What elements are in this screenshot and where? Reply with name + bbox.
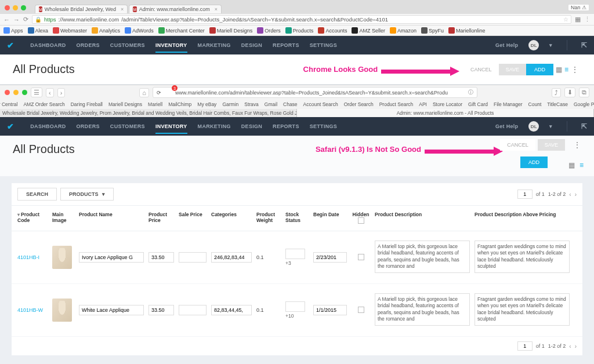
bookmark-item[interactable]: Merchant Center [158,27,205,34]
bookmark-item[interactable]: My eBay [197,101,216,107]
col-categories[interactable]: Categories [209,212,254,225]
nav-customers[interactable]: CUSTOMERS [110,123,145,129]
bookmark-item[interactable]: Webmaster [53,27,87,34]
external-link-icon[interactable]: ⇱ [581,41,587,49]
tabs-icon[interactable]: ⧉ [579,88,589,97]
forward-icon[interactable]: → [13,16,20,23]
nav-settings[interactable]: SETTINGS [310,42,337,48]
nav-orders[interactable]: ORDERS [77,123,100,129]
page-prev-icon[interactable]: ‹ [569,343,571,350]
chevron-down-icon[interactable]: ▾ [549,42,552,48]
bookmark-item[interactable]: Seller Central [0,101,17,107]
reload-icon[interactable]: ⟳ [23,16,28,23]
bookmark-item[interactable]: Mariell [148,101,162,107]
col-stock-status[interactable]: Stock Status [283,212,311,225]
list-view-icon[interactable]: ≡ [579,161,584,169]
add-button[interactable]: ADD [526,64,553,75]
bookmark-item[interactable]: Orders [257,27,281,34]
reader-mode-icon[interactable]: ⓘ [468,89,473,96]
nav-dashboard[interactable]: DASHBOARD [30,42,66,48]
col-main-image[interactable]: Main Image [50,212,77,225]
name-input[interactable] [79,252,144,263]
description-above-textarea[interactable] [475,241,570,273]
reload-icon[interactable]: ⟳ [157,90,161,96]
categories-input[interactable] [211,252,252,263]
external-link-icon[interactable]: ⇱ [581,122,587,130]
bookmark-item[interactable]: Mariell Designs [108,101,142,107]
window-close-dot[interactable] [5,90,10,95]
bookmark-item[interactable]: AdWords [125,27,154,34]
grid-view-icon[interactable]: ▦ [556,65,562,74]
bookmark-item[interactable]: Order Search [344,101,374,107]
nav-inventory[interactable]: INVENTORY [155,123,187,134]
stock-input[interactable] [285,301,305,312]
nav-marketing[interactable]: MARKETING [198,42,231,48]
page-next-icon[interactable]: › [575,191,577,198]
star-icon[interactable]: ☆ [563,16,568,23]
nav-reports[interactable]: REPORTS [273,42,299,48]
user-avatar[interactable]: DL [528,121,539,132]
description-textarea[interactable] [375,293,470,326]
cancel-button[interactable]: CANCEL [500,139,535,151]
col-product-code[interactable]: Product Code [15,212,50,225]
col-sale-price[interactable]: Sale Price [176,212,209,225]
reader-icon[interactable]: ⌂ [139,88,149,97]
chrome-address-bar[interactable]: 🔒 https://www.mariellonline.com/admin/Ta… [32,15,571,24]
nav-marketing[interactable]: MARKETING [198,123,231,129]
col-description-above[interactable]: Product Description Above Pricing [472,212,572,225]
bookmark-item[interactable]: SpyFu [421,27,444,34]
tab-close-icon[interactable]: × [215,6,218,12]
sidebar-icon[interactable]: ☰ [31,88,42,97]
nav-dashboard[interactable]: DASHBOARD [30,123,66,129]
col-begin-date[interactable]: Begin Date [311,212,349,225]
bookmark-item[interactable]: Product Search [379,101,414,107]
back-icon[interactable]: ‹ [46,88,54,97]
window-close-dot[interactable] [5,5,10,10]
safari-address-bar[interactable]: ⟳ 3 www.mariellonline.com/admin/tablevie… [153,87,477,98]
bookmark-item[interactable]: Chase [283,101,298,107]
bookmark-item[interactable]: Count [528,101,542,107]
get-help-link[interactable]: Get Help [495,42,518,48]
bookmark-item[interactable]: MailChimp [168,101,191,107]
nav-settings[interactable]: SETTINGS [310,123,337,129]
bookmark-item[interactable]: Store Locator [433,101,462,107]
back-icon[interactable]: ← [3,16,10,23]
bookmark-item[interactable]: AMZ Seller [352,27,385,34]
window-min-dot[interactable] [13,90,19,95]
forward-icon[interactable]: › [57,88,66,97]
nav-design[interactable]: DESIGN [241,123,262,129]
col-product-weight[interactable]: Product Weight [254,212,283,225]
window-max-dot[interactable] [22,90,27,95]
grid-view-icon[interactable]: ▦ [568,161,575,169]
search-button[interactable]: SEARCH [17,188,57,201]
col-description[interactable]: Product Description [372,212,472,225]
bookmark-item[interactable]: Account Search [303,101,338,107]
bookmark-item[interactable]: Apps [3,27,23,34]
bookmark-item[interactable]: Mariellonline [448,27,486,34]
page-input[interactable] [517,190,533,199]
chrome-user-chip[interactable]: Nan ⚠ [568,4,589,11]
app-logo-icon[interactable]: ✔ [7,122,14,131]
menu-icon[interactable]: ⋮ [584,16,591,23]
bookmark-item[interactable]: Products [285,27,314,34]
nav-inventory[interactable]: INVENTORY [155,42,187,53]
user-avatar[interactable]: DL [528,40,539,50]
downloads-icon[interactable]: ⬇ [564,88,575,97]
col-product-name[interactable]: Product Name [77,212,146,225]
nav-reports[interactable]: REPORTS [273,123,299,129]
products-dropdown[interactable]: PRODUCTS▾ [60,188,114,201]
more-menu-icon[interactable]: ⋮ [571,140,584,150]
description-above-textarea[interactable] [475,293,570,326]
bookmark-item[interactable]: Google Photos [574,101,594,107]
begin-date-input[interactable] [313,305,347,315]
cell-main-image[interactable] [50,246,77,269]
safari-tab[interactable]: Wholesale Bridal Jewelry, Wedding Jewelr… [0,109,297,117]
price-input[interactable] [148,305,174,315]
bookmark-item[interactable]: Strava [244,101,259,107]
save-button[interactable]: SAVE [538,139,565,151]
hidden-header-checkbox[interactable] [358,217,364,224]
window-min-dot[interactable] [13,5,18,10]
more-menu-icon[interactable]: ⋮ [568,65,581,74]
bookmark-item[interactable]: Alexa [28,27,49,34]
nav-customers[interactable]: CUSTOMERS [110,42,145,48]
